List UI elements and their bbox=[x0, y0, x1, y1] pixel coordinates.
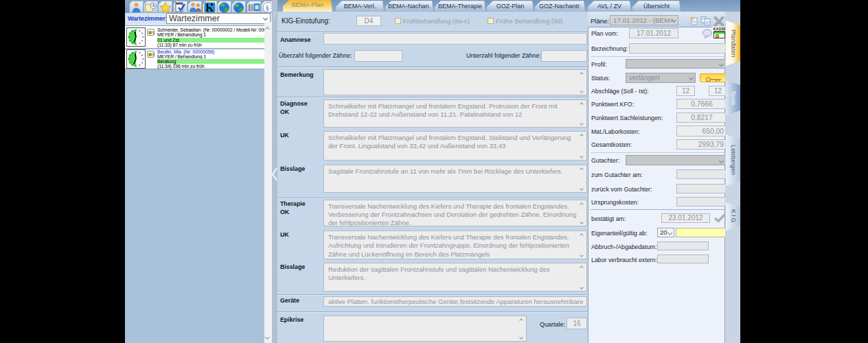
svg-text:§: § bbox=[266, 3, 270, 12]
